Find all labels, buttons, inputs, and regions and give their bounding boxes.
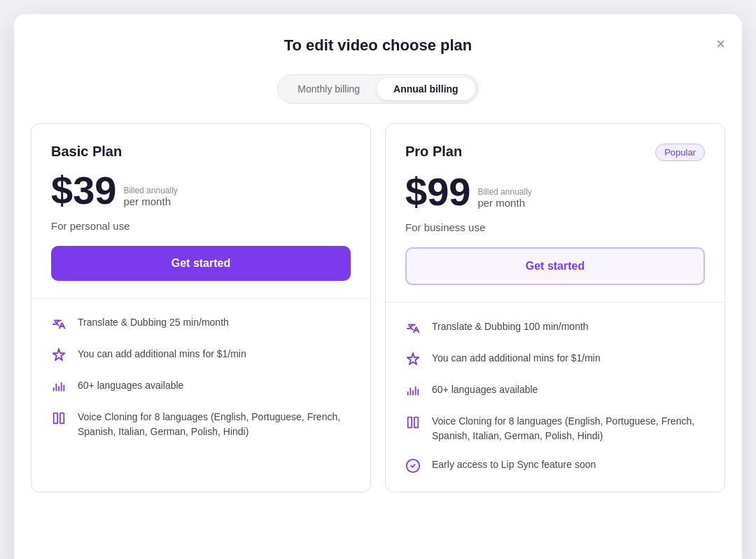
check-circle-icon	[405, 458, 422, 475]
basic-feature-3: 60+ languages available	[51, 378, 351, 396]
basic-feature-1: Translate & Dubbing 25 min/month	[51, 315, 351, 333]
svg-rect-6	[60, 413, 64, 424]
plans-container: Basic Plan $39 Billed annually per month…	[31, 123, 725, 492]
basic-feature-2: You can add additional mins for $1/min	[51, 347, 351, 364]
pro-billed-text: Billed annually	[477, 187, 531, 197]
basic-price-row: $39 Billed annually per month	[51, 171, 351, 210]
billing-toggle-container: Monthly billing Annual billing	[31, 74, 725, 104]
pro-feature-1-text: Translate & Dubbing 100 min/month	[432, 319, 589, 334]
pro-get-started-button[interactable]: Get started	[405, 247, 705, 285]
pro-per-month: per month	[477, 197, 531, 209]
pro-plan-name: Pro Plan	[405, 144, 462, 160]
pro-feature-2: You can add additional mins for $1/min	[405, 351, 705, 368]
pro-plan-features: Translate & Dubbing 100 min/month You ca…	[386, 303, 724, 492]
basic-per-month: per month	[123, 195, 177, 207]
pro-price-amount: $99	[405, 172, 470, 212]
sparkle-icon	[51, 347, 68, 364]
pro-plan-description: For business use	[405, 221, 705, 233]
annual-billing-button[interactable]: Annual billing	[377, 78, 475, 100]
translate-icon-pro	[405, 320, 422, 337]
basic-plan-top: Basic Plan $39 Billed annually per month…	[31, 124, 370, 298]
modal-header: To edit video choose plan ×	[31, 36, 725, 55]
basic-plan-name: Basic Plan	[51, 144, 122, 160]
basic-feature-4-text: Voice Cloning for 8 languages (English, …	[78, 410, 351, 439]
pro-plan-card: Pro Plan Popular $99 Billed annually per…	[385, 123, 725, 492]
pro-feature-4-text: Voice Cloning for 8 languages (English, …	[432, 414, 705, 443]
pro-feature-5-text: Early access to Lip Sync feature soon	[432, 457, 596, 472]
svg-rect-5	[54, 413, 58, 424]
billing-toggle-group: Monthly billing Annual billing	[277, 74, 478, 104]
svg-rect-13	[414, 417, 419, 428]
basic-plan-header: Basic Plan	[51, 144, 351, 160]
basic-plan-description: For personal use	[51, 220, 351, 232]
sparkle-icon-pro	[405, 352, 422, 368]
pricing-modal: To edit video choose plan × Monthly bill…	[14, 14, 742, 559]
basic-feature-3-text: 60+ languages available	[78, 378, 183, 393]
pro-price-row: $99 Billed annually per month	[405, 172, 705, 212]
basic-price-amount: $39	[51, 171, 116, 210]
pro-feature-4: Voice Cloning for 8 languages (English, …	[405, 414, 705, 443]
translate-icon	[51, 316, 68, 333]
basic-billed-text: Billed annually	[123, 186, 177, 195]
basic-plan-card: Basic Plan $39 Billed annually per month…	[31, 123, 371, 492]
pro-plan-top: Pro Plan Popular $99 Billed annually per…	[386, 124, 724, 303]
popular-badge: Popular	[655, 144, 705, 161]
basic-get-started-button[interactable]: Get started	[51, 246, 351, 281]
basic-feature-4: Voice Cloning for 8 languages (English, …	[51, 410, 351, 439]
close-button[interactable]: ×	[716, 36, 725, 52]
basic-feature-2-text: You can add additional mins for $1/min	[78, 347, 246, 361]
pro-feature-5: Early access to Lip Sync feature soon	[405, 457, 705, 475]
svg-rect-12	[408, 417, 412, 428]
basic-price-details: Billed annually per month	[123, 186, 177, 207]
voice-clone-icon-pro	[405, 415, 422, 432]
basic-plan-features: Translate & Dubbing 25 min/month You can…	[31, 298, 370, 456]
pro-plan-header: Pro Plan Popular	[405, 144, 705, 161]
modal-title: To edit video choose plan	[284, 36, 472, 54]
pro-feature-3: 60+ languages available	[405, 382, 705, 400]
pro-price-details: Billed annually per month	[477, 187, 531, 209]
voice-clone-icon	[51, 410, 68, 427]
bars-icon-pro	[405, 383, 422, 400]
monthly-billing-button[interactable]: Monthly billing	[281, 78, 377, 100]
pro-feature-1: Translate & Dubbing 100 min/month	[405, 319, 705, 337]
pro-feature-3-text: 60+ languages available	[432, 382, 538, 397]
basic-feature-1-text: Translate & Dubbing 25 min/month	[78, 315, 229, 330]
bars-icon	[51, 379, 68, 396]
pro-feature-2-text: You can add additional mins for $1/min	[432, 351, 601, 366]
